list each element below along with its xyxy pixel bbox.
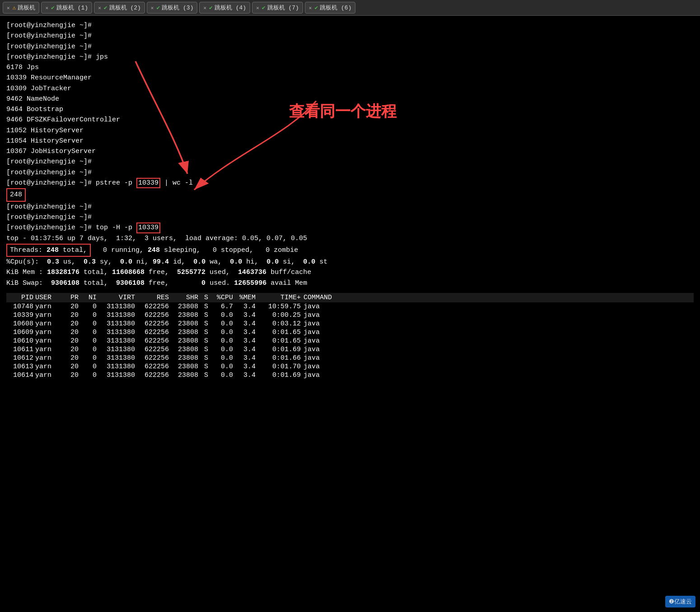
cell-cpu: 0.0 bbox=[208, 354, 233, 362]
col-header-pr: PR bbox=[61, 294, 79, 301]
table-row: 10610 yarn 20 0 3131380 622256 23808 S 0… bbox=[6, 337, 694, 345]
cell-pr: 20 bbox=[61, 346, 79, 353]
cell-res: 622256 bbox=[135, 337, 169, 345]
close-icon-5[interactable]: ✕ bbox=[256, 5, 259, 11]
cell-time: 0:01.70 bbox=[256, 363, 301, 371]
cell-time: 0:01.69 bbox=[256, 346, 301, 353]
terminal-swap-line: KiB Swap: 9306108 total, 9306108 free, 0… bbox=[6, 278, 694, 288]
terminal-line-12: 10367 JobHistoryServer bbox=[6, 146, 694, 157]
terminal-threads-line: Threads: 248 total, 0 running, 248 sleep… bbox=[6, 244, 694, 257]
cell-virt: 3131380 bbox=[97, 303, 135, 311]
tab-label-6: 跳板机 (6) bbox=[320, 4, 351, 12]
cell-pid: 10613 bbox=[6, 363, 33, 371]
terminal-cpu-line: %Cpu(s): 0.3 us, 0.3 sy, 0.0 ni, 99.4 id… bbox=[6, 257, 694, 267]
cell-shr: 23808 bbox=[169, 346, 198, 353]
cell-time: 10:59.75 bbox=[256, 303, 301, 311]
terminal-line-18: [root@yinzhengjie ~]# bbox=[6, 212, 694, 223]
close-icon-3[interactable]: ✕ bbox=[151, 5, 154, 11]
cell-shr: 23808 bbox=[169, 363, 198, 371]
cell-pr: 20 bbox=[61, 329, 79, 336]
cell-user: yarn bbox=[33, 303, 61, 311]
cell-shr: 23808 bbox=[169, 329, 198, 336]
close-icon-2[interactable]: ✕ bbox=[98, 5, 101, 11]
close-icon-4[interactable]: ✕ bbox=[203, 5, 206, 11]
table-header-row: PID USER PR NI VIRT RES SHR S %CPU %MEM … bbox=[6, 293, 694, 302]
cell-cpu: 0.0 bbox=[208, 346, 233, 353]
tab-jumper-6[interactable]: ✕ ✔ 跳板机 (6) bbox=[305, 2, 356, 14]
cell-pid: 10609 bbox=[6, 329, 33, 336]
tab-bar: ✕ ⚠ 跳板机 ✕ ✔ 跳板机 (1) ✕ ✔ 跳板机 (2) ✕ ✔ 跳板机 … bbox=[0, 0, 700, 16]
terminal-top-cmd: [root@yinzhengjie ~]# top -H -p 10339 bbox=[6, 223, 694, 233]
cell-ni: 0 bbox=[79, 337, 97, 345]
tab-jumper-3[interactable]: ✕ ✔ 跳板机 (3) bbox=[147, 2, 198, 14]
terminal-line-9: 9466 DFSZKFailoverController bbox=[6, 115, 694, 125]
table-row: 10613 yarn 20 0 3131380 622256 23808 S 0… bbox=[6, 362, 694, 371]
cell-shr: 23808 bbox=[169, 311, 198, 319]
tab-jumper-0[interactable]: ✕ ⚠ 跳板机 bbox=[3, 2, 39, 14]
tab-jumper-5[interactable]: ✕ ✔ 跳板机 (7) bbox=[252, 2, 303, 14]
cell-ni: 0 bbox=[79, 363, 97, 371]
col-header-user: USER bbox=[33, 294, 61, 301]
cell-pid: 10614 bbox=[6, 371, 33, 379]
cell-mem: 3.4 bbox=[233, 346, 256, 353]
cell-cmd: java bbox=[301, 337, 337, 345]
table-row: 10614 yarn 20 0 3131380 622256 23808 S 0… bbox=[6, 371, 694, 380]
cell-cmd: java bbox=[301, 346, 337, 353]
col-header-s: S bbox=[198, 294, 208, 301]
col-header-res: RES bbox=[135, 294, 169, 301]
cell-s: S bbox=[198, 371, 208, 379]
terminal-line-13: [root@yinzhengjie ~]# bbox=[6, 157, 694, 167]
check-icon-3: ✔ bbox=[156, 4, 160, 11]
cell-user: yarn bbox=[33, 346, 61, 353]
cell-user: yarn bbox=[33, 311, 61, 319]
table-row: 10748 yarn 20 0 3131380 622256 23808 S 6… bbox=[6, 302, 694, 311]
cell-pr: 20 bbox=[61, 337, 79, 345]
col-header-mem: %MEM bbox=[233, 294, 256, 301]
cell-pid: 10610 bbox=[6, 337, 33, 345]
cell-virt: 3131380 bbox=[97, 311, 135, 319]
cell-pr: 20 bbox=[61, 371, 79, 379]
close-icon-1[interactable]: ✕ bbox=[45, 5, 48, 11]
cell-res: 622256 bbox=[135, 354, 169, 362]
terminal-line-7: 9462 NameNode bbox=[6, 94, 694, 104]
cell-pid: 10608 bbox=[6, 320, 33, 328]
cell-ni: 0 bbox=[79, 371, 97, 379]
cell-shr: 23808 bbox=[169, 303, 198, 311]
table-rows: 10748 yarn 20 0 3131380 622256 23808 S 6… bbox=[6, 302, 694, 380]
cell-cpu: 0.0 bbox=[208, 320, 233, 328]
cell-mem: 3.4 bbox=[233, 354, 256, 362]
cell-time: 0:01.65 bbox=[256, 329, 301, 336]
cell-mem: 3.4 bbox=[233, 320, 256, 328]
threads-highlight-box: Threads: 248 total, bbox=[6, 244, 91, 257]
cell-user: yarn bbox=[33, 320, 61, 328]
cell-ni: 0 bbox=[79, 311, 97, 319]
cell-virt: 3131380 bbox=[97, 320, 135, 328]
terminal-line-14: [root@yinzhengjie ~]# bbox=[6, 167, 694, 178]
cell-pr: 20 bbox=[61, 354, 79, 362]
terminal-line-6: 10309 JobTracker bbox=[6, 83, 694, 94]
cell-pid: 10339 bbox=[6, 311, 33, 319]
cell-pid: 10612 bbox=[6, 354, 33, 362]
cell-s: S bbox=[198, 354, 208, 362]
tab-jumper-1[interactable]: ✕ ✔ 跳板机 (1) bbox=[41, 2, 92, 14]
cell-shr: 23808 bbox=[169, 371, 198, 379]
tab-label-2: 跳板机 (2) bbox=[109, 4, 141, 12]
tab-label-1: 跳板机 (1) bbox=[56, 4, 88, 12]
close-icon-6[interactable]: ✕ bbox=[309, 5, 312, 11]
terminal-line-3: [root@yinzhengjie ~]# jps bbox=[6, 52, 694, 62]
tab-jumper-2[interactable]: ✕ ✔ 跳板机 (2) bbox=[94, 2, 145, 14]
cell-pid: 10748 bbox=[6, 303, 33, 311]
terminal-line-10: 11052 HistoryServer bbox=[6, 125, 694, 136]
cell-mem: 3.4 bbox=[233, 337, 256, 345]
close-icon-0[interactable]: ✕ bbox=[7, 5, 10, 11]
cell-pr: 20 bbox=[61, 311, 79, 319]
check-icon-5: ✔ bbox=[262, 4, 266, 11]
cell-s: S bbox=[198, 311, 208, 319]
cell-mem: 3.4 bbox=[233, 371, 256, 379]
tab-jumper-4[interactable]: ✕ ✔ 跳板机 (4) bbox=[199, 2, 250, 14]
pid-highlight-top: 10339 bbox=[136, 223, 160, 233]
cell-s: S bbox=[198, 337, 208, 345]
cell-s: S bbox=[198, 346, 208, 353]
table-row: 10612 yarn 20 0 3131380 622256 23808 S 0… bbox=[6, 354, 694, 362]
cell-virt: 3131380 bbox=[97, 371, 135, 379]
